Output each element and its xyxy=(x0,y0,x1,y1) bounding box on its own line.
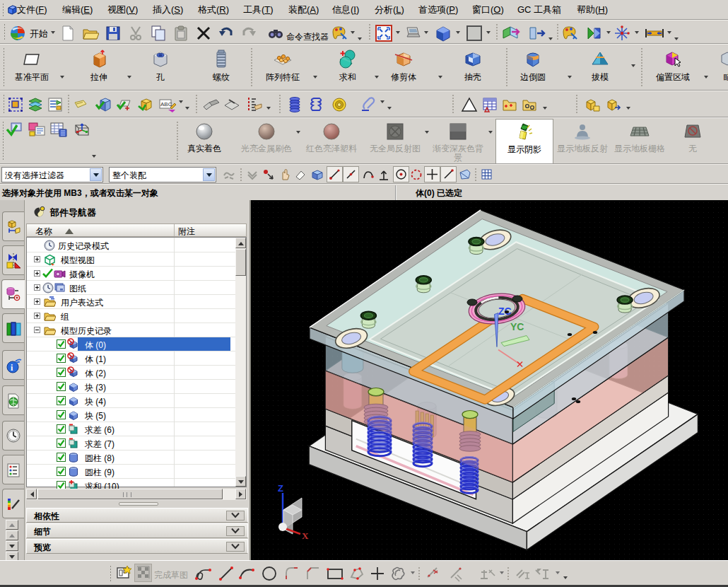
svg-text:ZC: ZC xyxy=(498,306,512,317)
svg-text:Z: Z xyxy=(278,483,283,494)
svg-text:YC: YC xyxy=(510,321,524,332)
svg-text:X: X xyxy=(302,530,309,541)
svg-text:ABC: ABC xyxy=(160,101,172,107)
